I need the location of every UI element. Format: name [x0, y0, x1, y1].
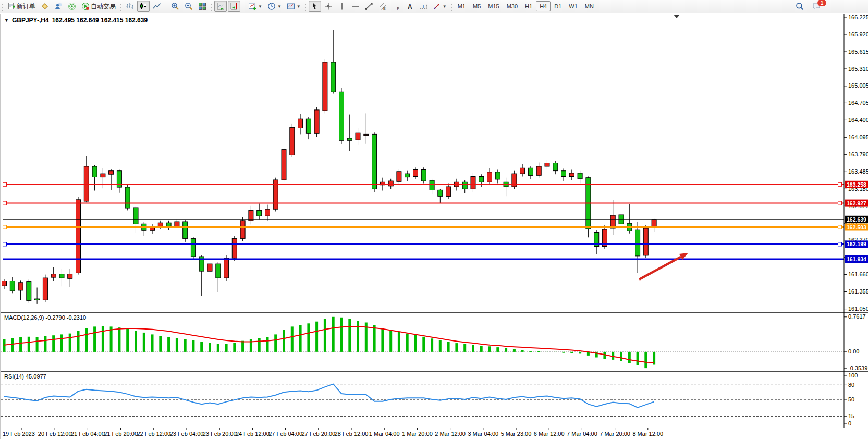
auto-scroll-button[interactable]	[214, 1, 227, 12]
candle-body	[249, 210, 253, 221]
price-axis[interactable]: 166.225165.920165.615165.310165.005164.7…	[844, 14, 868, 312]
crosshair-button[interactable]	[322, 1, 335, 12]
line-handle[interactable]	[838, 242, 842, 246]
dropdown-arrow-icon[interactable]: ▼	[443, 4, 447, 9]
fibonacci-button[interactable]: F	[390, 1, 402, 12]
time-tick-label: 21 Feb 04:00	[71, 431, 105, 437]
price-tick-label: 161.660	[848, 271, 868, 277]
candle-body	[635, 230, 640, 256]
shift-icon	[230, 2, 238, 10]
trendline-button[interactable]	[363, 1, 375, 12]
macd-histogram-bar	[488, 346, 491, 352]
macd-pane[interactable]	[1, 317, 844, 368]
price-tick-label: 165.615	[848, 48, 868, 55]
zoom-in-button[interactable]	[169, 1, 181, 12]
candle-body	[2, 281, 7, 286]
candle-body	[569, 173, 574, 177]
text-button[interactable]: A	[404, 1, 416, 12]
chart-ohlc-values: 162.495 162.649 162.415 162.639	[52, 17, 148, 24]
line-handle[interactable]	[838, 201, 842, 205]
timeframe-button-h4[interactable]: H4	[536, 1, 551, 11]
candle-body	[561, 171, 566, 177]
line-handle[interactable]	[3, 225, 7, 229]
new-chart-button[interactable]: ▼	[246, 1, 264, 12]
price-flag-162.503: 162.503	[845, 224, 868, 231]
timeframe-button-m5[interactable]: M5	[469, 1, 484, 11]
chart-shift-marker-icon[interactable]	[674, 15, 680, 18]
price-flag-161.934: 161.934	[845, 255, 868, 263]
rsi-indicator-value: 45.0977	[26, 373, 46, 380]
time-tick-label: 27 Feb 20:00	[301, 431, 335, 437]
rsi-label: RSI(14) 45.0977	[4, 373, 46, 380]
line-handle[interactable]	[3, 201, 7, 205]
line-handle[interactable]	[3, 182, 7, 186]
chart-bars-icon	[126, 2, 134, 10]
chart-candles-icon	[139, 2, 148, 10]
rsi-indicator-name: RSI(14)	[4, 373, 24, 380]
candle-body	[364, 134, 369, 135]
candle-body	[388, 181, 393, 186]
macd-histogram-bar	[283, 330, 285, 352]
candlestick-chart-button[interactable]	[137, 1, 150, 12]
search-button[interactable]	[793, 1, 806, 12]
zoom-out-button[interactable]	[182, 1, 195, 12]
bar-chart-button[interactable]	[124, 1, 136, 12]
equidistant-channel-button[interactable]: E	[376, 1, 389, 12]
candle-body	[421, 170, 426, 181]
chart-shift-button[interactable]	[228, 1, 240, 12]
dropdown-arrow-icon[interactable]: ▼	[258, 4, 262, 9]
search-icon	[796, 2, 804, 10]
candle-body	[84, 166, 89, 201]
time-tick-label: 7 Mar 04:00	[567, 431, 597, 437]
hline-162.503[interactable]	[3, 225, 844, 229]
community-button[interactable]	[52, 1, 65, 12]
svg-text:50: 50	[848, 396, 854, 403]
signals-button[interactable]	[66, 1, 78, 12]
new-order-button[interactable]: 新订单	[5, 1, 38, 12]
tile-windows-button[interactable]	[196, 1, 209, 12]
chart-menu-arrow-icon[interactable]: ▼	[4, 18, 9, 23]
autotrading-button[interactable]: 自动交易	[79, 1, 118, 12]
chat-button[interactable]: 1	[810, 1, 823, 12]
dropdown-arrow-icon[interactable]: ▼	[297, 4, 301, 9]
cursor-button[interactable]	[309, 1, 321, 12]
trend-arrow[interactable]	[639, 253, 688, 279]
chart-canvas[interactable]: 166.225165.920165.615165.310165.005164.7…	[1, 14, 868, 439]
line-handle[interactable]	[838, 182, 842, 186]
text-label-icon: T	[419, 2, 427, 10]
svg-text:A: A	[408, 3, 412, 10]
hline-162.199[interactable]	[3, 242, 844, 246]
macd-histogram-bar	[192, 340, 194, 352]
svg-text:163.258: 163.258	[847, 181, 866, 188]
timeframe-button-m15[interactable]: M15	[484, 1, 503, 11]
candle-body	[578, 173, 582, 179]
time-axis[interactable]: 19 Feb 202320 Feb 12:0021 Feb 04:0021 Fe…	[3, 428, 663, 437]
newchart-icon	[248, 2, 256, 10]
timeframe-button-m1[interactable]: M1	[454, 1, 469, 11]
market-gold-button[interactable]	[39, 1, 51, 12]
candle-body	[331, 62, 336, 92]
timeframe-button-h1[interactable]: H1	[521, 1, 536, 11]
macd-histogram-bar	[143, 333, 145, 352]
vertical-line-button[interactable]	[336, 1, 348, 12]
rsi-pane[interactable]	[1, 384, 844, 417]
macd-histogram-bar	[357, 321, 359, 352]
time-tick-label: 3 Mar 04:00	[468, 431, 498, 437]
line-handle[interactable]	[838, 225, 842, 229]
text-label-button[interactable]: T	[417, 1, 430, 12]
candle-body	[536, 166, 541, 175]
timeframe-button-w1[interactable]: W1	[565, 1, 581, 11]
arrows-button[interactable]: ▼	[431, 1, 449, 12]
timeframe-button-mn[interactable]: MN	[581, 1, 597, 11]
line-handle[interactable]	[3, 242, 7, 246]
price-flag-162.639: 162.639	[845, 216, 868, 223]
dropdown-arrow-icon[interactable]: ▼	[277, 4, 282, 9]
timeframe-button-d1[interactable]: D1	[551, 1, 565, 11]
horizontal-line-button[interactable]	[349, 1, 362, 12]
time-tick-label: 27 Feb 04:00	[268, 431, 302, 437]
timeframe-button-m30[interactable]: M30	[503, 1, 521, 11]
templates-button[interactable]: ▼	[285, 1, 303, 12]
line-chart-button[interactable]	[151, 1, 163, 12]
periods-button[interactable]: ▼	[265, 1, 284, 12]
hline-163.258[interactable]	[3, 182, 844, 186]
